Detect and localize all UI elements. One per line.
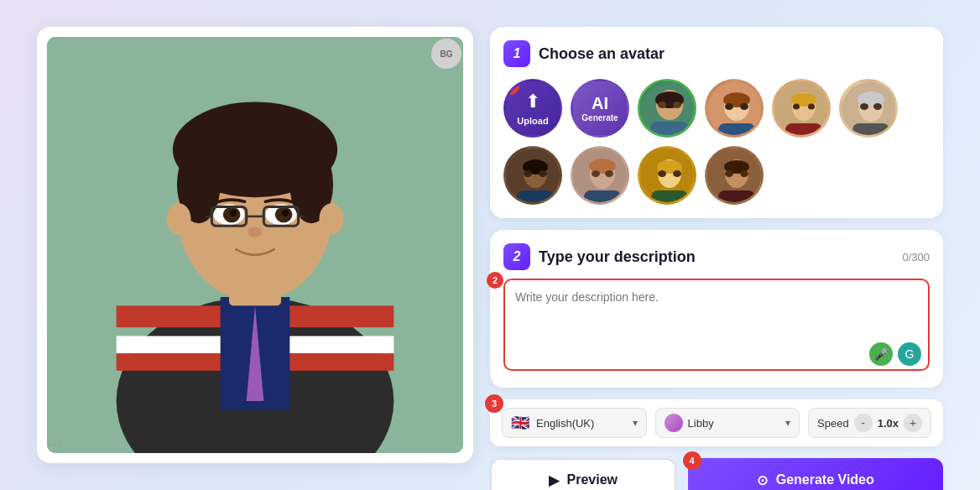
svg-point-67	[673, 170, 681, 177]
language-label: English(UK)	[536, 417, 626, 430]
generate-video-button[interactable]: 4 ⊙ Generate Video	[688, 458, 944, 490]
speed-decrease-button[interactable]: -	[854, 414, 873, 432]
language-selector[interactable]: 🇬🇧 English(UK) ▾	[502, 408, 647, 438]
step2-header: 2 Type your description 0/300	[503, 243, 930, 270]
avatar-item[interactable]	[638, 146, 696, 205]
avatar-item[interactable]	[571, 146, 629, 205]
ai-generate-avatar[interactable]: AI Generate	[571, 79, 629, 138]
svg-point-23	[248, 227, 263, 237]
avatar-item[interactable]	[839, 79, 898, 138]
char-count: 0/300	[902, 251, 930, 263]
svg-point-36	[725, 103, 733, 110]
step2-badge: 2	[503, 243, 530, 270]
svg-rect-65	[651, 190, 688, 205]
step2-notification: 2	[487, 272, 503, 289]
right-panel: 1 Choose an avatar 1 ⬆ Upload AI Generat…	[490, 27, 943, 463]
svg-point-17	[282, 210, 289, 216]
photo-panel: BG	[37, 27, 473, 463]
step2-badge-indicator: 2 🎤 G	[503, 279, 930, 374]
svg-point-43	[808, 104, 815, 110]
step1-card: 1 Choose an avatar 1 ⬆ Upload AI Generat…	[490, 27, 943, 218]
svg-point-73	[740, 170, 748, 177]
preview-play-icon: ▶	[549, 472, 559, 488]
ai-sublabel: Generate	[581, 113, 618, 122]
svg-rect-35	[718, 123, 755, 138]
svg-rect-71	[718, 190, 755, 205]
bg-button[interactable]: BG	[431, 39, 461, 69]
svg-point-30	[658, 102, 666, 108]
textarea-icons: 🎤 G	[869, 342, 921, 366]
step4-badge: 4	[683, 451, 701, 470]
upload-avatar[interactable]: 1 ⬆ Upload	[503, 79, 562, 138]
generate-label: Generate Video	[776, 472, 874, 487]
step1-badge: 1	[503, 40, 530, 67]
photo-preview	[47, 37, 463, 453]
dots-indicator: ⋯	[47, 435, 62, 453]
speed-value: 1.0x	[878, 417, 899, 430]
speed-label: Speed	[817, 417, 849, 430]
step3-badge: 3	[485, 394, 503, 413]
upload-notification: 1	[503, 79, 519, 95]
bottom-buttons: ▶ Preview 4 ⊙ Generate Video	[490, 458, 943, 490]
mic-icon-button[interactable]: 🎤	[869, 342, 893, 366]
svg-rect-53	[517, 190, 554, 205]
preview-label: Preview	[567, 472, 618, 487]
preview-button[interactable]: ▶ Preview	[490, 458, 676, 490]
svg-point-42	[793, 104, 800, 110]
speed-increase-button[interactable]: +	[904, 414, 922, 432]
step2-card: 2 Type your description 0/300 2 🎤 G	[490, 230, 943, 388]
step1-header: 1 Choose an avatar	[503, 40, 930, 67]
svg-point-37	[740, 103, 748, 110]
ai-label: AI	[592, 95, 608, 112]
upload-icon: ⬆	[525, 91, 540, 112]
svg-point-25	[319, 203, 343, 234]
avatar-item[interactable]	[705, 79, 764, 138]
step3-controls: 3 🇬🇧 English(UK) ▾ Libby ▾ Speed - 1.0x …	[490, 399, 943, 446]
voice-avatar-icon	[665, 414, 683, 432]
svg-point-24	[167, 203, 191, 234]
avatar-item[interactable]	[705, 146, 764, 205]
svg-rect-59	[584, 190, 621, 205]
svg-point-60	[592, 170, 600, 177]
textarea-wrapper: 🎤 G	[503, 279, 930, 374]
svg-point-61	[605, 170, 613, 177]
generate-icon: ⊙	[757, 472, 768, 488]
avatar-grid: 1 ⬆ Upload AI Generate	[503, 79, 930, 205]
avatar-item[interactable]	[503, 146, 562, 205]
voice-chevron-icon: ▾	[785, 417, 790, 429]
svg-rect-41	[785, 123, 822, 138]
language-chevron-icon: ▾	[633, 417, 638, 429]
svg-point-72	[725, 170, 733, 177]
description-textarea[interactable]	[503, 279, 930, 371]
svg-point-54	[524, 170, 532, 177]
svg-rect-47	[852, 123, 889, 138]
upload-label: Upload	[517, 116, 548, 126]
grammar-icon-button[interactable]: G	[898, 342, 921, 366]
svg-point-49	[873, 103, 882, 110]
svg-point-48	[860, 103, 868, 110]
svg-point-66	[658, 170, 666, 177]
speed-control: Speed - 1.0x +	[808, 408, 931, 438]
svg-point-55	[539, 170, 547, 177]
svg-point-31	[673, 102, 681, 108]
voice-label: Libby	[688, 417, 781, 430]
svg-point-16	[230, 210, 237, 216]
svg-rect-29	[650, 122, 689, 138]
flag-icon: 🇬🇧	[511, 414, 529, 432]
voice-selector[interactable]: Libby ▾	[655, 408, 800, 438]
avatar-item[interactable]	[772, 79, 831, 138]
step2-title: Type your description	[539, 248, 696, 266]
avatar-item[interactable]	[638, 79, 696, 138]
step1-title: Choose an avatar	[539, 45, 665, 63]
